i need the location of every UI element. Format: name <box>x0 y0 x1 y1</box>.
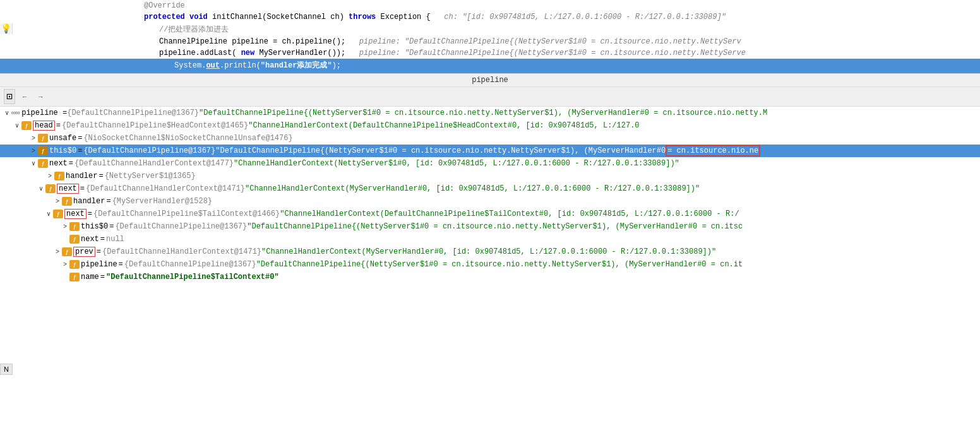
code-editor: @Override protected void initChannel(Soc… <box>0 0 980 73</box>
next3-toggle[interactable]: ∨ <box>44 210 53 218</box>
val-next-null: null <box>106 235 124 244</box>
val-next2: "ChannelHandlerContext(MyServerHandler#0… <box>245 184 700 193</box>
equals-unsafe: = <box>78 134 82 143</box>
equals-handler2: = <box>106 197 111 206</box>
pipeline-decl: ChannelPipeline pipeline = ch.pipeline()… <box>159 37 345 46</box>
field-icon-head: f <box>21 121 32 130</box>
val-next3: "ChannelHandlerContext(DefaultChannelPip… <box>280 210 739 218</box>
type-handler2: {MyServerHandler@1528} <box>112 197 212 206</box>
code-line-6: System.out.println("handler添加完成"); <box>0 59 980 72</box>
type-head: {DefaultChannelPipeline$HeadContext@1465… <box>62 121 248 130</box>
field-name-head: head <box>33 121 55 131</box>
type-this0-2: {DefaultChannelPipeline@1367} <box>115 222 247 231</box>
code-line-3: 💡 //把处理器添加进去 <box>0 23 980 36</box>
forward-button[interactable]: → <box>35 92 47 102</box>
tree-row-unsafe[interactable]: > f unsafe = {NioSocketChannel$NioSocket… <box>0 132 980 145</box>
highlight-box-this0: = cn.itsource.nio.ne <box>666 145 760 157</box>
field-icon-handler2: f <box>62 197 72 206</box>
tree-row-next-null[interactable]: f next = null <box>0 233 980 246</box>
prev-toggle[interactable]: > <box>53 249 62 256</box>
field-icon-handler1: f <box>54 172 64 181</box>
equals-next1: = <box>69 159 73 168</box>
field-name-handler2: handler <box>73 197 105 206</box>
tree-row-next2[interactable]: ∨ f next = {DefaultChannelHandlerContext… <box>0 182 980 195</box>
tree-row-handler1[interactable]: > f handler = {NettyServer$1@1365} <box>0 170 980 182</box>
type-this0: {DefaultChannelPipeline@1367} <box>83 146 215 155</box>
handler2-toggle[interactable]: > <box>53 198 62 205</box>
back-button[interactable]: ← <box>19 92 31 102</box>
name-toggle[interactable] <box>61 274 69 281</box>
field-name-next1: next <box>49 159 68 168</box>
val-name: "DefaultChannelPipeline$TailContext#0" <box>106 273 279 281</box>
code-line-2: protected void initChannel(SocketChannel… <box>0 11 980 23</box>
equals-this0-2: = <box>109 222 114 231</box>
field-icon-pipeline: f <box>69 260 80 269</box>
code-text-5: pipeline.addLast( new MyServerHandler())… <box>18 49 746 57</box>
pipeline-type: {DefaultChannelPipeline@1367} <box>67 109 199 117</box>
gutter-3: 💡 <box>0 23 13 34</box>
kw-new: new <box>241 49 255 57</box>
field-icon-this0-2: f <box>69 222 80 231</box>
pipeline-val: "DefaultChannelPipeline{(NettyServer$1#0… <box>199 109 767 117</box>
val-next1: "ChannelHandlerContext(NettyServer$1#0, … <box>234 159 679 168</box>
tree-row-prev[interactable]: > f prev = {DefaultChannelHandlerContext… <box>0 246 980 258</box>
val-pipeline: "DefaultChannelPipeline{(NettyServer$1#0… <box>256 260 743 269</box>
val-this0: "DefaultChannelPipeline{(NettyServer$1#0… <box>215 146 666 155</box>
line-content-5: pipeline.addLast( new MyServerHandler())… <box>13 48 980 58</box>
field-name-unsafe: unsafe <box>49 134 76 143</box>
debug-title-text: pipeline <box>472 76 508 85</box>
equals-this0: = <box>78 146 82 155</box>
tree-row-name[interactable]: f name = "DefaultChannelPipeline$TailCon… <box>0 271 980 283</box>
this0-2-toggle[interactable]: > <box>61 223 69 230</box>
type-next2: {DefaultChannelHandlerContext@1471} <box>86 184 245 193</box>
root-toggle[interactable]: ∨ <box>3 109 11 117</box>
annotation-kw: @Override <box>18 1 185 10</box>
tree-row-head[interactable]: ∨ f head = {DefaultChannelPipeline$HeadC… <box>0 119 980 132</box>
field-name-next3: next <box>64 209 87 219</box>
next1-toggle[interactable]: ∨ <box>29 160 38 167</box>
type-next3: {DefaultChannelPipeline$TailContext@1466… <box>93 210 280 218</box>
kw-throws: throws <box>349 13 376 21</box>
equals-name: = <box>100 273 105 281</box>
line-content-3: //把处理器添加进去 <box>13 23 980 35</box>
field-name-handler1: handler <box>66 172 97 181</box>
handler1-toggle[interactable]: > <box>45 173 54 180</box>
tree-row-this0-2[interactable]: > f this$0 = {DefaultChannelPipeline@136… <box>0 220 980 233</box>
comment-text: //把处理器添加进去 <box>18 25 229 34</box>
val-prev: "ChannelHandlerContext(MyServerHandler#0… <box>261 247 716 256</box>
bulb-icon: 💡 <box>1 23 11 34</box>
field-icon-next3: f <box>53 210 63 218</box>
field-icon-name: f <box>69 273 80 281</box>
type-pipeline: {DefaultChannelPipeline@1367} <box>124 260 256 269</box>
next2-toggle[interactable]: ∨ <box>37 185 45 192</box>
tree-row-this0[interactable]: > f this$0 = {DefaultChannelPipeline@136… <box>0 145 980 157</box>
method-name: initChannel(SocketChannel ch) <box>212 13 349 21</box>
debug-toolbar: ⊡ ← → <box>0 87 980 107</box>
unsafe-toggle[interactable]: > <box>29 135 38 142</box>
debug-tree[interactable]: ∨ f head = {DefaultChannelPipeline$HeadC… <box>0 119 980 391</box>
pipeline-var-name: pipeline = <box>21 109 67 117</box>
tree-row-handler2[interactable]: > f handler = {MyServerHandler@1528} <box>0 195 980 208</box>
code-line-1: @Override <box>0 0 980 11</box>
equals-prev: = <box>97 247 101 256</box>
head-toggle[interactable]: ∨ <box>13 122 21 129</box>
code-text-6: System.out.println("handler添加完成"); <box>18 61 341 70</box>
next-null-toggle[interactable] <box>61 236 69 243</box>
field-name-this0-2: this$0 <box>81 222 108 231</box>
pipeline-root-row[interactable]: ∨ ∞∞ pipeline = {DefaultChannelPipeline@… <box>0 107 980 119</box>
infinity-icon: ∞∞ <box>11 109 20 117</box>
pipeline-toggle[interactable]: > <box>61 261 69 268</box>
type-next1: {DefaultChannelHandlerContext@1477} <box>75 159 234 168</box>
line-content-2: protected void initChannel(SocketChannel… <box>13 12 980 22</box>
tree-row-pipeline[interactable]: > f pipeline = {DefaultChannelPipeline@1… <box>0 258 980 271</box>
line-content-6: System.out.println("handler添加完成"); <box>13 59 980 71</box>
equals-head: = <box>56 121 61 130</box>
tree-row-next3[interactable]: ∨ f next = {DefaultChannelPipeline$TailC… <box>0 208 980 220</box>
field-name-next-null: next <box>81 235 99 244</box>
camera-icon[interactable]: ⊡ <box>4 89 15 104</box>
tree-row-next1[interactable]: ∨ f next = {DefaultChannelHandlerContext… <box>0 157 980 170</box>
field-icon-unsafe: f <box>38 134 48 143</box>
this0-toggle[interactable]: > <box>29 148 38 155</box>
equals-next3: = <box>88 210 92 218</box>
equals-next2: = <box>80 184 85 193</box>
